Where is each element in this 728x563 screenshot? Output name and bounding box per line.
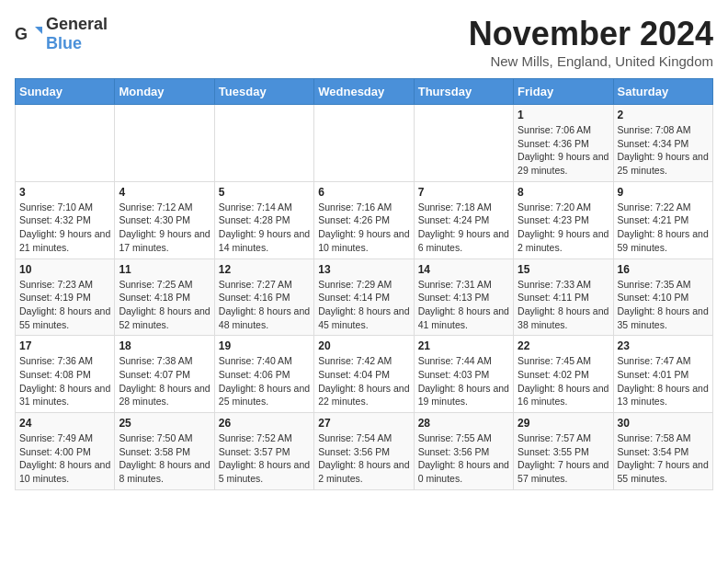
calendar-cell: [115, 105, 214, 182]
svg-text:G: G: [15, 25, 28, 43]
day-info: Sunrise: 7:23 AM Sunset: 4:19 PM Dayligh…: [19, 278, 110, 332]
day-number: 30: [618, 417, 709, 430]
day-info: Sunrise: 7:20 AM Sunset: 4:23 PM Dayligh…: [518, 201, 609, 255]
calendar-cell: 8Sunrise: 7:20 AM Sunset: 4:23 PM Daylig…: [514, 181, 613, 259]
day-number: 27: [318, 417, 409, 430]
day-info: Sunrise: 7:55 AM Sunset: 3:56 PM Dayligh…: [418, 431, 509, 486]
calendar-cell: 20Sunrise: 7:42 AM Sunset: 4:04 PM Dayli…: [314, 336, 414, 413]
day-info: Sunrise: 7:52 AM Sunset: 3:57 PM Dayligh…: [219, 431, 310, 486]
calendar-cell: 24Sunrise: 7:49 AM Sunset: 4:00 PM Dayli…: [16, 413, 115, 490]
day-info: Sunrise: 7:18 AM Sunset: 4:24 PM Dayligh…: [418, 201, 509, 255]
day-info: Sunrise: 7:58 AM Sunset: 3:54 PM Dayligh…: [618, 431, 709, 486]
calendar-cell: 9Sunrise: 7:22 AM Sunset: 4:21 PM Daylig…: [613, 181, 712, 259]
day-number: 11: [119, 263, 210, 276]
calendar-cell: 30Sunrise: 7:58 AM Sunset: 3:54 PM Dayli…: [613, 413, 712, 490]
logo-blue: Blue: [46, 34, 82, 52]
calendar-cell: 1Sunrise: 7:06 AM Sunset: 4:36 PM Daylig…: [514, 105, 613, 182]
day-number: 26: [219, 417, 310, 430]
calendar-week-row: 17Sunrise: 7:36 AM Sunset: 4:08 PM Dayli…: [16, 336, 713, 413]
logo-icon: G: [15, 23, 42, 45]
calendar-week-row: 1Sunrise: 7:06 AM Sunset: 4:36 PM Daylig…: [16, 105, 713, 182]
day-info: Sunrise: 7:33 AM Sunset: 4:11 PM Dayligh…: [518, 278, 609, 332]
day-number: 12: [219, 263, 310, 276]
calendar-cell: [414, 105, 513, 182]
day-of-week-header: Friday: [514, 79, 613, 105]
day-number: 17: [19, 339, 110, 352]
calendar-cell: 18Sunrise: 7:38 AM Sunset: 4:07 PM Dayli…: [115, 336, 214, 413]
page-header: G General Blue November 2024 New Mills, …: [15, 15, 713, 69]
day-number: 4: [119, 186, 210, 199]
logo-general: General: [46, 15, 108, 33]
day-info: Sunrise: 7:08 AM Sunset: 4:34 PM Dayligh…: [618, 123, 709, 178]
location-title: New Mills, England, United Kingdom: [469, 53, 713, 69]
day-of-week-header: Saturday: [613, 79, 712, 105]
day-info: Sunrise: 7:14 AM Sunset: 4:28 PM Dayligh…: [219, 201, 310, 255]
day-info: Sunrise: 7:35 AM Sunset: 4:10 PM Dayligh…: [618, 278, 709, 332]
day-number: 8: [518, 186, 609, 199]
calendar-header-row: SundayMondayTuesdayWednesdayThursdayFrid…: [16, 79, 713, 105]
calendar-cell: 27Sunrise: 7:54 AM Sunset: 3:56 PM Dayli…: [314, 413, 414, 490]
day-info: Sunrise: 7:38 AM Sunset: 4:07 PM Dayligh…: [119, 354, 210, 408]
calendar-table: SundayMondayTuesdayWednesdayThursdayFrid…: [15, 78, 713, 490]
calendar-cell: 12Sunrise: 7:27 AM Sunset: 4:16 PM Dayli…: [214, 259, 313, 336]
day-number: 28: [418, 417, 509, 430]
day-info: Sunrise: 7:31 AM Sunset: 4:13 PM Dayligh…: [418, 278, 509, 332]
day-info: Sunrise: 7:29 AM Sunset: 4:14 PM Dayligh…: [318, 278, 409, 332]
month-title: November 2024: [469, 15, 713, 53]
day-number: 13: [318, 263, 409, 276]
day-info: Sunrise: 7:49 AM Sunset: 4:00 PM Dayligh…: [19, 431, 110, 486]
calendar-cell: 3Sunrise: 7:10 AM Sunset: 4:32 PM Daylig…: [16, 181, 115, 259]
calendar-cell: 26Sunrise: 7:52 AM Sunset: 3:57 PM Dayli…: [214, 413, 313, 490]
day-number: 9: [618, 186, 709, 199]
day-number: 21: [418, 339, 509, 352]
calendar-cell: 7Sunrise: 7:18 AM Sunset: 4:24 PM Daylig…: [414, 181, 513, 259]
day-info: Sunrise: 7:10 AM Sunset: 4:32 PM Dayligh…: [19, 201, 110, 255]
calendar-cell: 17Sunrise: 7:36 AM Sunset: 4:08 PM Dayli…: [16, 336, 115, 413]
calendar-cell: 28Sunrise: 7:55 AM Sunset: 3:56 PM Dayli…: [414, 413, 513, 490]
day-number: 1: [518, 109, 609, 121]
day-info: Sunrise: 7:27 AM Sunset: 4:16 PM Dayligh…: [219, 278, 310, 332]
day-number: 16: [618, 263, 709, 276]
calendar-cell: [214, 105, 313, 182]
day-number: 14: [418, 263, 509, 276]
day-of-week-header: Wednesday: [314, 79, 414, 105]
day-number: 15: [518, 263, 609, 276]
day-number: 20: [318, 339, 409, 352]
calendar-cell: [314, 105, 414, 182]
day-number: 7: [418, 186, 509, 199]
calendar-cell: 15Sunrise: 7:33 AM Sunset: 4:11 PM Dayli…: [514, 259, 613, 336]
day-info: Sunrise: 7:45 AM Sunset: 4:02 PM Dayligh…: [518, 354, 609, 408]
day-info: Sunrise: 7:06 AM Sunset: 4:36 PM Dayligh…: [518, 123, 609, 178]
calendar-week-row: 24Sunrise: 7:49 AM Sunset: 4:00 PM Dayli…: [16, 413, 713, 490]
day-of-week-header: Tuesday: [214, 79, 313, 105]
day-info: Sunrise: 7:22 AM Sunset: 4:21 PM Dayligh…: [618, 201, 709, 255]
day-info: Sunrise: 7:50 AM Sunset: 3:58 PM Dayligh…: [119, 431, 210, 486]
day-info: Sunrise: 7:47 AM Sunset: 4:01 PM Dayligh…: [618, 354, 709, 408]
day-number: 23: [618, 339, 709, 352]
day-number: 6: [318, 186, 409, 199]
calendar-week-row: 3Sunrise: 7:10 AM Sunset: 4:32 PM Daylig…: [16, 181, 713, 259]
calendar-cell: 29Sunrise: 7:57 AM Sunset: 3:55 PM Dayli…: [514, 413, 613, 490]
svg-marker-1: [35, 27, 42, 34]
day-info: Sunrise: 7:42 AM Sunset: 4:04 PM Dayligh…: [318, 354, 409, 408]
calendar-cell: 6Sunrise: 7:16 AM Sunset: 4:26 PM Daylig…: [314, 181, 414, 259]
day-of-week-header: Sunday: [16, 79, 115, 105]
calendar-cell: 4Sunrise: 7:12 AM Sunset: 4:30 PM Daylig…: [115, 181, 214, 259]
day-info: Sunrise: 7:16 AM Sunset: 4:26 PM Dayligh…: [318, 201, 409, 255]
day-info: Sunrise: 7:57 AM Sunset: 3:55 PM Dayligh…: [518, 431, 609, 486]
day-number: 29: [518, 417, 609, 430]
calendar-cell: 2Sunrise: 7:08 AM Sunset: 4:34 PM Daylig…: [613, 105, 712, 182]
calendar-cell: 5Sunrise: 7:14 AM Sunset: 4:28 PM Daylig…: [214, 181, 313, 259]
calendar-week-row: 10Sunrise: 7:23 AM Sunset: 4:19 PM Dayli…: [16, 259, 713, 336]
day-of-week-header: Monday: [115, 79, 214, 105]
day-number: 19: [219, 339, 310, 352]
day-of-week-header: Thursday: [414, 79, 513, 105]
calendar-cell: 23Sunrise: 7:47 AM Sunset: 4:01 PM Dayli…: [613, 336, 712, 413]
calendar-body: 1Sunrise: 7:06 AM Sunset: 4:36 PM Daylig…: [16, 105, 713, 490]
title-section: November 2024 New Mills, England, United…: [469, 15, 713, 69]
calendar-cell: 19Sunrise: 7:40 AM Sunset: 4:06 PM Dayli…: [214, 336, 313, 413]
day-info: Sunrise: 7:54 AM Sunset: 3:56 PM Dayligh…: [318, 431, 409, 486]
calendar-cell: 25Sunrise: 7:50 AM Sunset: 3:58 PM Dayli…: [115, 413, 214, 490]
day-info: Sunrise: 7:40 AM Sunset: 4:06 PM Dayligh…: [219, 354, 310, 408]
calendar-cell: 22Sunrise: 7:45 AM Sunset: 4:02 PM Dayli…: [514, 336, 613, 413]
